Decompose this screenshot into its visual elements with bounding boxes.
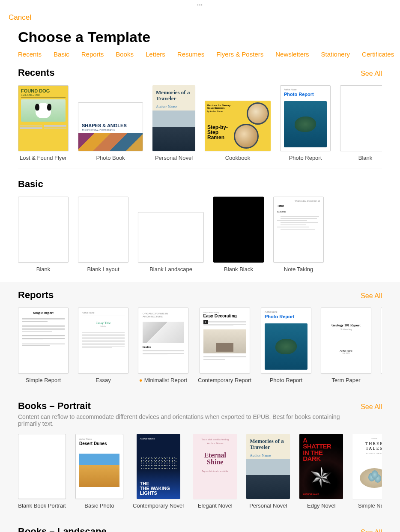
section-title-reports: Reports [18, 290, 54, 301]
thumb-text: Step-by-Step Ramen [207, 125, 234, 140]
template-label: Photo Book [96, 155, 125, 161]
template-photo-report[interactable]: Author Name Photo Report Photo Report [261, 308, 311, 383]
section-books-portrait: Books – Portrait See All Content can ref… [0, 393, 400, 518]
tab-letters[interactable]: Letters [146, 51, 165, 58]
section-title-books-landscape: Books – Landscape [18, 526, 107, 532]
window-handle-dots: ••• [0, 0, 400, 10]
template-label: Blank Book Portrait [18, 502, 66, 509]
section-title-recents: Recents [18, 67, 55, 78]
see-all-reports[interactable]: See All [361, 292, 382, 300]
template-label: Minimalist Report [139, 377, 187, 383]
thumb-text: Photo Report [284, 92, 327, 97]
see-all-books-landscape[interactable]: See All [361, 529, 382, 532]
cancel-button[interactable]: Cancel [0, 10, 40, 25]
see-all-books-portrait[interactable]: See All [361, 403, 382, 411]
tab-newsletters[interactable]: Newsletters [275, 51, 309, 58]
template-personal-novel-book[interactable]: Memories of a Traveler Author Name Perso… [246, 434, 290, 509]
tab-reports[interactable]: Reports [81, 51, 104, 58]
thumb-text: Author Name [79, 438, 119, 440]
tab-stationery[interactable]: Stationery [321, 51, 350, 58]
thumb-text: Subject [277, 210, 320, 213]
thumb-text: SHAPES & ANGLES [82, 123, 139, 128]
template-simple-report[interactable]: Simple Report Simple Report [18, 308, 69, 383]
thumb-text: Author Name [82, 311, 125, 314]
thumb-text: Geology 101 Report [325, 323, 367, 327]
template-term-paper[interactable]: Geology 101 Report Subheading Author Nam… [321, 308, 371, 383]
tab-recents[interactable]: Recents [18, 51, 42, 58]
thumb-text: Desert Dunes [79, 441, 119, 446]
thumb-text: Author Name [284, 88, 327, 91]
template-cookbook[interactable]: Recipes for Savory Soup Suppers by Autho… [205, 85, 271, 161]
template-simple-novel[interactable]: A Novel THREE TALES AUTHOR NAME Simple N… [352, 434, 382, 509]
tab-resumes[interactable]: Resumes [177, 51, 204, 58]
thumb-text: Tap or click to add a subtitle [197, 470, 233, 472]
template-label: Essay [96, 377, 110, 383]
thumb-text: ORGANIC FORMS IN ARCHITECTURE [138, 308, 188, 319]
section-title-basic: Basic [18, 179, 43, 190]
template-blank-recent[interactable]: Blank [340, 85, 382, 161]
template-blank-layout[interactable]: Blank Layout [78, 197, 128, 272]
tab-books[interactable]: Books [116, 51, 134, 58]
thumb-text: THE WAKING LIGHTS [140, 486, 170, 496]
template-label: Note Taking [284, 266, 313, 272]
template-contemporary-report[interactable]: Simple Home Styling Easy Decorating T Co… [198, 308, 251, 383]
thumb-text: by Author Name [207, 110, 234, 113]
template-label: Blank [36, 266, 51, 272]
thumb-text: Memories of a Traveler [156, 90, 192, 102]
template-elegant-novel[interactable]: Tap or click to add a heading Author Nam… [193, 434, 237, 509]
tab-basic[interactable]: Basic [54, 51, 69, 58]
template-blank-book-portrait[interactable]: Blank Book Portrait [18, 434, 66, 509]
thumb-text: FOUND DOG [21, 88, 66, 93]
section-title-books-portrait: Books – Portrait [18, 400, 91, 412]
section-basic: Basic Blank Blank Layout Blank Landscape… [0, 171, 400, 282]
template-school-report[interactable]: A Voyage to Subtitle School [381, 308, 382, 383]
template-blank-landscape[interactable]: Blank Landscape [138, 197, 204, 272]
template-label: Basic Photo [84, 502, 114, 509]
thumb-text: THREE TALES [356, 441, 382, 451]
thumb-text: Title [277, 204, 320, 208]
template-photo-book[interactable]: SHAPES & ANGLES ARCHITECTURAL PHOTOGRAPH… [78, 85, 143, 161]
template-label: Blank Black [224, 266, 253, 272]
template-essay[interactable]: Author Name Essay Title Subtitle Essay [78, 308, 128, 383]
template-label: Blank Landscape [149, 266, 192, 272]
tab-certificates[interactable]: Certificates [362, 51, 394, 58]
template-label: Photo Report [270, 377, 303, 383]
tab-flyers-posters[interactable]: Flyers & Posters [216, 51, 263, 58]
template-label: Term Paper [331, 377, 360, 383]
template-note-taking[interactable]: Wednesday, December 15 Title Subject Not… [273, 197, 324, 272]
template-label: Cookbook [225, 155, 251, 161]
template-blank-black[interactable]: Blank Black [213, 197, 264, 272]
template-label: Edgy Novel [307, 502, 335, 509]
thumb-text: Tap or click to add a heading [197, 438, 233, 441]
section-reports: Reports See All Simple Report Simple Rep… [0, 282, 400, 393]
thumb-text: Recipes for Savory Soup Suppers [207, 104, 234, 109]
template-label: Photo Report [289, 155, 322, 161]
thumb-text: Photo Report [265, 314, 307, 319]
template-label: Elegant Novel [198, 502, 233, 509]
thumb-text: Memories of a Traveler [250, 438, 287, 451]
thumb-text: Author Name [197, 442, 233, 445]
thumb-text: ARCHITECTURAL PHOTOGRAPHY [82, 129, 139, 131]
template-photo-report-recent[interactable]: Author Name Photo Report Photo Report [280, 85, 331, 161]
see-all-recents[interactable]: See All [361, 70, 382, 78]
section-recents: Recents See All FOUND DOG 123-456-7890 L… [0, 60, 400, 171]
thumb-text: Author Name [265, 311, 307, 313]
template-label: Contemporary Report [198, 377, 251, 383]
template-edgy-novel[interactable]: ASHATTERIN THEDARK AUTHOR NAME Edgy Nove… [299, 434, 343, 509]
section-description: Content can reflow to accommodate differ… [18, 413, 343, 427]
thumb-text: 123-456-7890 [21, 93, 66, 98]
template-personal-novel[interactable]: Memories of a Traveler Author Name Perso… [152, 85, 195, 161]
template-label: Simple Novel [358, 502, 382, 509]
template-contemporary-novel[interactable]: Author Name THETHE WAKING LIGHTS Contemp… [133, 434, 184, 509]
thumb-text: Eternal Shine [197, 452, 233, 466]
section-books-landscape: Books – Landscape See All The layout of … [0, 518, 400, 532]
thumb-text: Essay Title [82, 321, 125, 325]
template-blank[interactable]: Blank [18, 197, 69, 272]
template-basic-photo[interactable]: Author Name Desert Dunes Basic Photo [75, 434, 123, 509]
page-title: Choose a Template [0, 25, 400, 51]
template-label: Simple Report [26, 377, 61, 383]
thumb-text: Easy Decorating [203, 314, 246, 318]
template-minimalist-report[interactable]: ORGANIC FORMS IN ARCHITECTURE Heading Mi… [138, 308, 188, 383]
template-label: Personal Novel [249, 502, 287, 509]
template-lost-found-flyer[interactable]: FOUND DOG 123-456-7890 Lost & Found Flye… [18, 85, 69, 161]
